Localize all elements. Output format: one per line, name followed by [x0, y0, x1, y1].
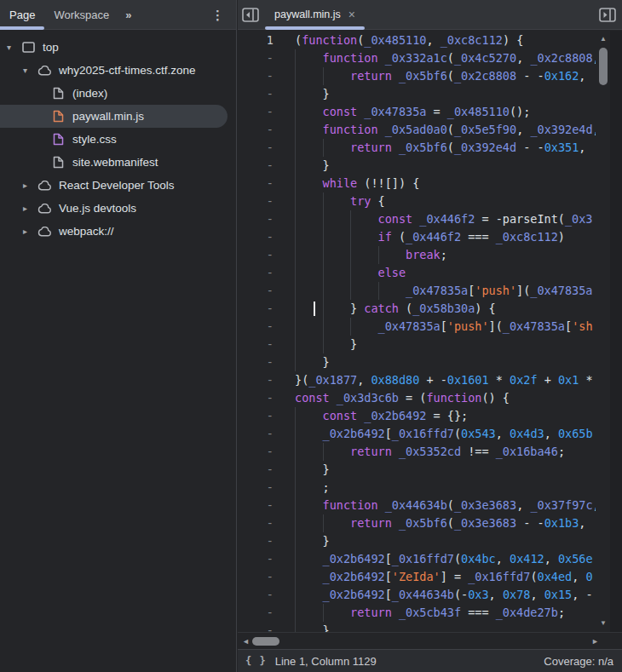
line-number[interactable]: - — [238, 49, 274, 67]
code-line[interactable]: -function _0x5ad0a0(_0x5e5f90, _0x392e4d… — [238, 121, 596, 139]
code-editor[interactable]: 1(function(_0x485110, _0xc8c112) {-funct… — [238, 32, 596, 632]
toggle-navigator-icon[interactable] — [238, 0, 263, 30]
code-line[interactable]: -} — [238, 461, 596, 479]
tree-item[interactable]: ▾why2025-ctf-times.ctf.zone — [0, 59, 235, 82]
vertical-scrollbar-thumb[interactable] — [599, 48, 608, 85]
tree-item[interactable]: ▾top — [0, 36, 235, 59]
line-number[interactable]: - — [238, 407, 274, 425]
code-line[interactable]: -return _0x5bf6(_0x2c8808 - -0x162, — [238, 67, 596, 85]
code-line[interactable]: -} — [238, 622, 596, 632]
code-line[interactable]: -} catch (_0x58b30a) { — [238, 300, 596, 318]
code-line[interactable]: -_0x2b6492[_0x44634b(-0x3, 0x78, 0x15, - — [238, 586, 596, 604]
line-number[interactable]: - — [238, 389, 274, 407]
tree-item[interactable]: paywall.min.js — [0, 105, 227, 128]
horizontal-scrollbar-thumb[interactable] — [252, 637, 279, 646]
toggle-debugger-icon[interactable] — [595, 0, 620, 30]
line-number[interactable]: - — [238, 139, 274, 157]
line-number[interactable]: - — [238, 461, 274, 479]
code-line[interactable]: -return _0x5352cd !== _0x16ba46; — [238, 443, 596, 461]
line-number[interactable]: - — [238, 228, 274, 246]
more-tabs-icon[interactable]: » — [118, 9, 137, 21]
scroll-down-icon[interactable]: ▼ — [596, 619, 610, 627]
line-number[interactable]: - — [238, 604, 274, 622]
code-line[interactable]: -_0x2b6492[_0x16ffd7(0x4bc, 0x412, 0x56e — [238, 550, 596, 568]
line-number[interactable]: - — [238, 300, 274, 318]
line-number[interactable]: 1 — [238, 32, 274, 49]
chevron-collapsed-icon[interactable]: ▸ — [23, 227, 37, 236]
tree-item[interactable]: ▸webpack:// — [0, 220, 235, 243]
line-number[interactable]: - — [238, 425, 274, 443]
code-line[interactable]: -_0x2b6492['ZeIda'] = _0x16ffd7(0x4ed, 0 — [238, 568, 596, 586]
chevron-collapsed-icon[interactable]: ▸ — [23, 181, 37, 190]
tree-item[interactable]: site.webmanifest — [0, 151, 235, 174]
code-line[interactable]: -} — [238, 85, 596, 103]
code-line[interactable]: -const _0x2b6492 = {}; — [238, 407, 596, 425]
code-line[interactable]: 1(function(_0x485110, _0xc8c112) { — [238, 32, 596, 49]
code-line[interactable]: -} — [238, 353, 596, 371]
kebab-menu-icon[interactable]: ⋮ — [211, 9, 224, 21]
line-number[interactable]: - — [238, 532, 274, 550]
chevron-expanded-icon[interactable]: ▾ — [23, 66, 37, 75]
tree-item[interactable]: style.css — [0, 128, 235, 151]
line-number[interactable]: - — [238, 479, 274, 497]
tab-workspace[interactable]: Workspace — [44, 0, 118, 30]
editor-tab-paywall-min-js[interactable]: paywall.min.js × — [263, 0, 366, 30]
line-number[interactable]: - — [238, 371, 274, 389]
line-number[interactable]: - — [238, 622, 274, 632]
code-line[interactable]: -if (_0x446f2 === _0xc8c112) — [238, 228, 596, 246]
code-line[interactable]: -const _0x446f2 = -parseInt(_0x3 — [238, 210, 596, 228]
code-line[interactable]: -_0x47835a['push'](_0x47835a['sh — [238, 318, 596, 336]
line-number[interactable]: - — [238, 568, 274, 586]
scroll-left-icon[interactable]: ◄ — [242, 637, 250, 646]
line-number[interactable]: - — [238, 85, 274, 103]
line-number[interactable]: - — [238, 443, 274, 461]
scroll-up-icon[interactable]: ▲ — [596, 35, 610, 43]
line-number[interactable]: - — [238, 67, 274, 85]
line-number[interactable]: - — [238, 318, 274, 336]
code-line[interactable]: -} — [238, 532, 596, 550]
line-number[interactable]: - — [238, 264, 274, 282]
chevron-collapsed-icon[interactable]: ▸ — [23, 204, 37, 213]
tab-page[interactable]: Page — [0, 0, 44, 30]
line-number[interactable]: - — [238, 353, 274, 371]
scroll-right-icon[interactable]: ► — [591, 637, 599, 646]
code-line[interactable]: -_0x47835a['push'](_0x47835a — [238, 282, 596, 300]
code-line[interactable]: -; — [238, 479, 596, 497]
code-line[interactable]: -const _0x3d3c6b = (function() { — [238, 389, 596, 407]
line-number[interactable]: - — [238, 497, 274, 514]
line-number[interactable]: - — [238, 282, 274, 300]
line-number[interactable]: - — [238, 103, 274, 121]
code-line[interactable]: -else — [238, 264, 596, 282]
close-tab-icon[interactable]: × — [348, 9, 355, 20]
code-line[interactable]: -const _0x47835a = _0x485110(); — [238, 103, 596, 121]
vertical-scrollbar[interactable]: ▲ ▼ — [596, 31, 610, 632]
code-line[interactable]: -break; — [238, 246, 596, 264]
line-number[interactable]: - — [238, 550, 274, 568]
code-line[interactable]: -return _0x5bf6(_0x3e3683 - -0x1b3, — [238, 514, 596, 532]
line-number[interactable]: - — [238, 157, 274, 175]
code-line[interactable]: -return _0x5bf6(_0x392e4d - -0x351, — [238, 139, 596, 157]
tree-item[interactable]: ▸React Developer Tools — [0, 174, 235, 197]
line-number[interactable]: - — [238, 336, 274, 353]
tree-item[interactable]: ▸Vue.js devtools — [0, 197, 235, 220]
code-line[interactable]: -function _0x332a1c(_0x4c5270, _0x2c8808… — [238, 49, 596, 67]
line-number[interactable]: - — [238, 514, 274, 532]
line-number[interactable]: - — [238, 246, 274, 264]
code-line[interactable]: -_0x2b6492[_0x16ffd7(0x543, 0x4d3, 0x65b — [238, 425, 596, 443]
code-line[interactable]: -}(_0x1877, 0x88d80 + -0x1601 * 0x2f + 0… — [238, 371, 596, 389]
code-line[interactable]: -} — [238, 157, 596, 175]
code-line[interactable]: -} — [238, 336, 596, 353]
horizontal-scrollbar[interactable]: ◄ ► — [238, 632, 622, 649]
line-number[interactable]: - — [238, 210, 274, 228]
tree-item[interactable]: (index) — [0, 82, 235, 105]
code-line[interactable]: -function _0x44634b(_0x3e3683, _0x37f97c… — [238, 497, 596, 514]
line-number[interactable]: - — [238, 192, 274, 210]
code-line[interactable]: -try { — [238, 192, 596, 210]
chevron-expanded-icon[interactable]: ▾ — [7, 43, 21, 52]
line-number[interactable]: - — [238, 175, 274, 192]
line-number[interactable]: - — [238, 121, 274, 139]
code-line[interactable]: -while (!![]) { — [238, 175, 596, 192]
code-line[interactable]: -return _0x5cb43f === _0x4de27b; — [238, 604, 596, 622]
pretty-print-icon[interactable]: { } — [245, 655, 267, 667]
line-number[interactable]: - — [238, 586, 274, 604]
